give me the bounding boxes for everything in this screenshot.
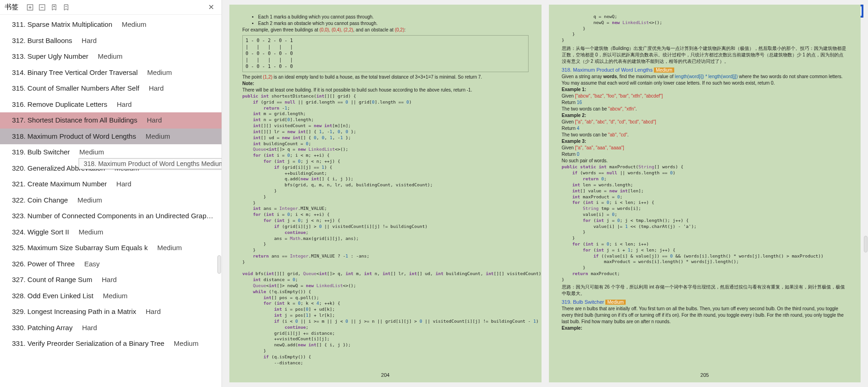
page-right: q = newQ; newQ = new LinkedList<>(); } }… bbox=[549, 5, 861, 382]
bookmark-list[interactable]: 311. Sparse Matrix Multiplication Medium… bbox=[0, 15, 222, 387]
example-label-319: Example: bbox=[562, 326, 582, 331]
bookmark-item-327[interactable]: 327. Count of Range Sum Hard bbox=[0, 272, 222, 288]
bookmark-item-314[interactable]: 314. Binary Tree Vertical Order Traversa… bbox=[0, 65, 222, 81]
ex2-given: Given ["a", "ab", "abc", "d", "cd", "bcd… bbox=[562, 119, 848, 125]
example-3-label: Example 3: bbox=[562, 139, 586, 144]
bookmark-item-324[interactable]: 324. Wiggle Sort II Medium bbox=[0, 224, 222, 240]
ex3-return: Return 0 bbox=[562, 151, 848, 158]
bookmark-item-329[interactable]: 329. Longest Increasing Path in a Matrix… bbox=[0, 304, 222, 320]
page-number-left: 204 bbox=[229, 372, 542, 379]
ex2-return: Return 4 bbox=[562, 125, 848, 132]
example-2-label: Example 2: bbox=[562, 113, 586, 118]
bookmark-remove-icon[interactable] bbox=[62, 3, 70, 12]
close-icon[interactable]: ✕ bbox=[205, 3, 217, 12]
note-label: Note: bbox=[242, 81, 254, 86]
bookmark-item-328[interactable]: 328. Odd Even Linked List Medium bbox=[0, 288, 222, 304]
bookmark-sidebar: 书签 ✕ 311. Sparse Matrix Multiplication M… bbox=[0, 0, 222, 387]
code-318: public static int maxProduct(String[] wo… bbox=[562, 164, 848, 283]
bullet-2: Each 2 marks an obstacle which you canno… bbox=[258, 20, 529, 27]
bookmark-item-323[interactable]: 323. Number of Connected Components in a… bbox=[0, 208, 222, 224]
section-318-title: 318. Maximum Product of Word Lengths Med… bbox=[562, 67, 848, 74]
bookmark-item-317[interactable]: 317. Shortest Distance from All Building… bbox=[0, 112, 222, 129]
bookmark-item-321[interactable]: 321. Create Maximum Number Hard bbox=[0, 176, 222, 192]
sidebar-title: 书签 bbox=[5, 3, 18, 12]
section-319-title: 319. Bulb Switcher Medium bbox=[562, 299, 848, 306]
sidebar-header: 书签 ✕ bbox=[0, 0, 222, 15]
bookmark-item-315[interactable]: 315. Count of Smaller Numbers After Self… bbox=[0, 80, 222, 97]
bookmark-item-330[interactable]: 330. Patching Array Hard bbox=[0, 320, 222, 336]
page-number-right: 205 bbox=[549, 372, 861, 379]
bookmark-add-icon[interactable] bbox=[50, 3, 58, 12]
expand-icon[interactable] bbox=[26, 3, 34, 12]
ex1-return: Return 16 bbox=[562, 99, 848, 106]
viewer-scrollbar[interactable] bbox=[864, 236, 868, 252]
bookmark-item-313[interactable]: 313. Super Ugly Number Medium bbox=[0, 49, 222, 65]
bookmark-item-311[interactable]: 311. Sparse Matrix Multiplication Medium bbox=[0, 17, 222, 33]
point-text: The point (1,2) is an ideal empty land t… bbox=[242, 74, 529, 80]
grid-diagram: 1 - 0 - 2 - 0 - 1 | | | | | 0 - 0 - 0 - … bbox=[242, 35, 529, 72]
bookmark-tooltip: 318. Maximum Product of Word Lengths Med… bbox=[79, 158, 222, 169]
bullet-1: Each 1 marks a building which you cannot… bbox=[258, 14, 529, 20]
badge-medium-319: Medium bbox=[605, 300, 626, 305]
analysis-318: 思路：因为只可能有 26 个字母，所以利用 int 存储一个词中各字母出现情况，… bbox=[562, 284, 848, 297]
ex2-words: The two words can be "ab", "cd". bbox=[562, 132, 848, 138]
ex3-given: Given ["a", "aa", "aaa", "aaaa"] bbox=[562, 145, 848, 151]
bookmark-item-316[interactable]: 316. Remove Duplicate Letters Hard bbox=[0, 97, 222, 113]
code-top-right: q = newQ; newQ = new LinkedList<>(); } }… bbox=[562, 14, 848, 43]
example-1-label: Example 1: bbox=[562, 87, 586, 92]
bookmark-item-322[interactable]: 322. Coin Change Medium bbox=[0, 192, 222, 209]
bookmark-item-326[interactable]: 326. Power of Three Easy bbox=[0, 256, 222, 272]
scrollbar-handle[interactable] bbox=[217, 255, 221, 274]
badge-medium: Medium bbox=[654, 68, 674, 73]
ex1-words: The two words can be "abcw", "xtfn". bbox=[562, 106, 848, 112]
code-block-left: public int shortestDistance(int[][] grid… bbox=[242, 93, 529, 366]
bookmark-item-325[interactable]: 325. Maximum Size Subarray Sum Equals k … bbox=[0, 240, 222, 256]
note-text: There will be at least one building. If … bbox=[242, 87, 529, 93]
bookmark-item-318[interactable]: 318. Maximum Product of Word Lengths Med… bbox=[0, 129, 222, 145]
analysis-317: 思路：从每一个建筑物（Building）出发广度优先为每一点计算到各个建筑物距离… bbox=[562, 45, 848, 65]
bookmark-item-331[interactable]: 331. Verify Preorder Serialization of a … bbox=[0, 336, 222, 352]
ex3-words: No such pair of words. bbox=[562, 158, 848, 164]
collapse-icon[interactable] bbox=[38, 3, 46, 12]
ex1-given: Given ["abcw", "baz", "foo", "bar", "xtf… bbox=[562, 93, 848, 99]
bookmark-item-312[interactable]: 312. Burst Balloons Hard bbox=[0, 33, 222, 49]
example-text: For example, given three buildings at (0… bbox=[242, 27, 529, 33]
document-viewer: Each 1 marks a building which you cannot… bbox=[222, 0, 868, 387]
page-left: Each 1 marks a building which you cannot… bbox=[229, 5, 542, 382]
desc-318: Given a string array words, find the max… bbox=[562, 74, 848, 86]
desc-319: There are n bulbs that are initially off… bbox=[562, 306, 848, 325]
